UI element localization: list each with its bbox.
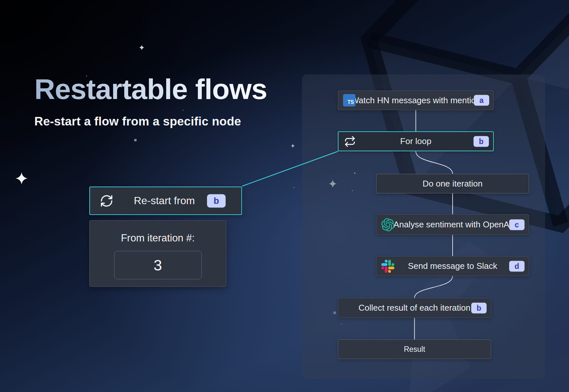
flow-node-result[interactable]: Result	[338, 339, 491, 359]
particle-dot	[134, 139, 137, 141]
restart-from-node[interactable]: Re-start from b	[89, 187, 242, 215]
node-label: Send message to Slack	[408, 261, 497, 271]
node-label: Collect result of each iteration	[358, 303, 471, 313]
node-label: Do one iteration	[422, 179, 483, 189]
iteration-number-input[interactable]	[114, 251, 202, 279]
flow-node-send-slack[interactable]: Send message to Slack d	[376, 256, 529, 276]
particle-dot	[182, 110, 183, 111]
particle-dot	[294, 187, 295, 188]
flow-node-analyse-sentiment[interactable]: Analyse sentiment with OpenAI c	[376, 214, 529, 235]
node-label: For loop	[400, 136, 431, 146]
restart-node-badge: b	[207, 194, 226, 207]
sparkle-star	[139, 45, 145, 50]
sparkle-star	[291, 144, 295, 148]
loop-icon	[343, 136, 356, 147]
flow-node-do-one-iteration[interactable]: Do one iteration	[376, 174, 529, 193]
node-label: Result	[404, 345, 425, 354]
openai-icon	[381, 218, 394, 231]
page-subtitle: Re-start a flow from a specific node	[34, 115, 241, 128]
refresh-icon	[100, 194, 113, 208]
flow-node-watch-hn[interactable]: TS Watch HN messages with mention a	[338, 90, 494, 110]
node-badge: b	[474, 136, 489, 147]
node-badge: a	[474, 95, 489, 106]
page: { "page": { "title": "Restartable flows"…	[0, 0, 569, 392]
node-label: Watch HN messages with mention	[351, 95, 480, 106]
sparkle-star	[15, 172, 28, 185]
iteration-panel: From iteration #:	[89, 220, 226, 287]
node-badge: b	[471, 302, 487, 313]
node-badge: c	[509, 219, 525, 230]
restart-node-label: Re-start from	[134, 195, 195, 207]
typescript-icon: TS	[343, 94, 355, 106]
node-label: Analyse sentiment with OpenAI	[393, 220, 511, 230]
flow-node-for-loop[interactable]: For loop b	[338, 131, 494, 151]
flow-node-collect-result[interactable]: Collect result of each iteration b	[338, 298, 491, 318]
slack-icon	[381, 260, 394, 273]
iteration-label: From iteration #:	[121, 232, 195, 244]
node-badge: d	[509, 261, 525, 271]
page-title: Restartable flows	[34, 73, 267, 106]
